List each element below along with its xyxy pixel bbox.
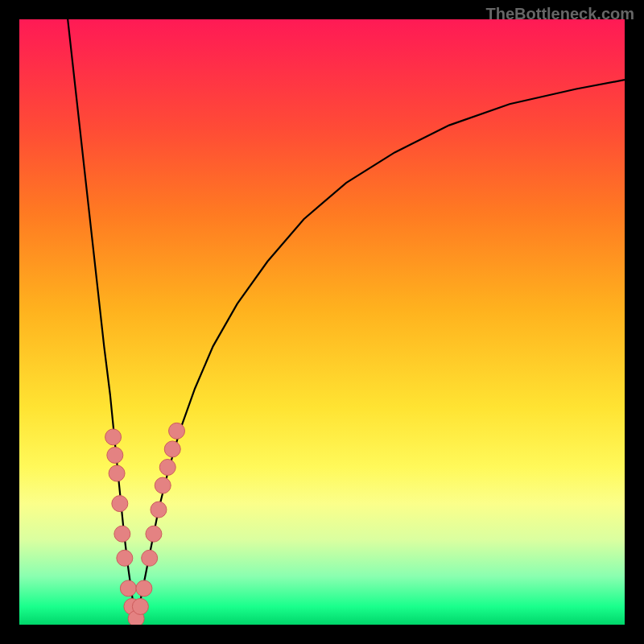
watermark-text: TheBottleneck.com: [486, 5, 634, 23]
chart-frame: [0, 0, 644, 644]
